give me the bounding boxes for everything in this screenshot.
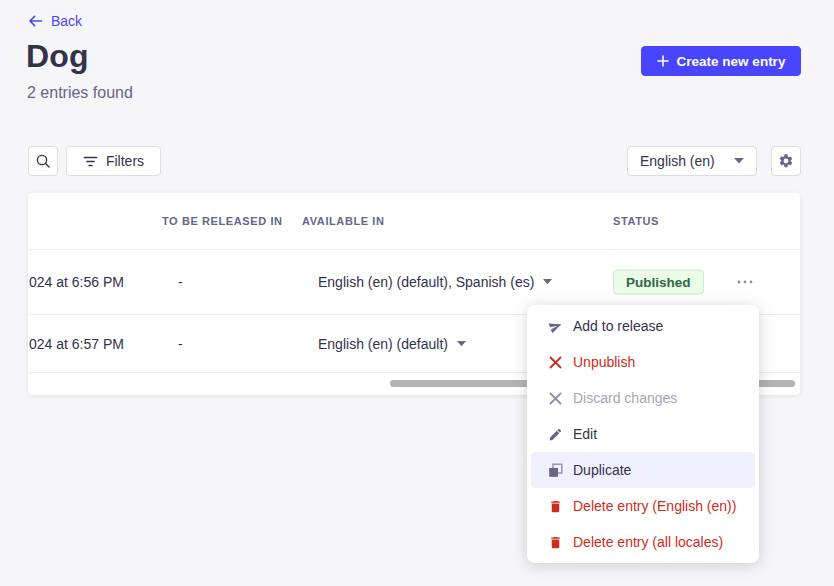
menu-item-label: Duplicate [573,462,631,478]
cross-icon [547,390,563,406]
locale-select[interactable]: English (en) [627,146,757,176]
available-in-value: English (en) (default), Spanish (es) [318,274,534,290]
menu-item-duplicate[interactable]: Duplicate [531,452,755,488]
filter-icon [83,155,98,168]
table-header-row: TO BE RELEASED IN AVAILABLE IN STATUS [28,193,800,250]
row-actions-button[interactable] [731,274,759,290]
available-in-value: English (en) (default) [318,336,448,352]
status-badge: Published [613,270,704,295]
back-label: Back [51,13,82,29]
search-icon [35,153,51,169]
trash-icon [547,534,563,550]
chevron-down-icon [734,158,744,164]
menu-item-label: Delete entry (English (en)) [573,498,736,514]
plus-icon [657,55,669,67]
locale-selected-value: English (en) [640,153,715,169]
create-button-label: Create new entry [677,54,786,69]
back-link[interactable]: Back [28,13,82,29]
menu-item-edit[interactable]: Edit [527,416,759,452]
paper-plane-icon [547,318,563,334]
menu-item-label: Discard changes [573,390,677,406]
pencil-icon [547,426,563,442]
filters-button[interactable]: Filters [66,146,161,176]
menu-item-label: Edit [573,426,597,442]
ellipsis-icon [737,280,753,284]
menu-item-add-to-release[interactable]: Add to release [527,308,759,344]
row-available-in-dropdown[interactable]: English (en) (default) [318,336,466,352]
menu-item-label: Unpublish [573,354,635,370]
menu-item-discard-changes: Discard changes [527,380,759,416]
caret-down-icon [457,341,466,347]
row-available-in-dropdown[interactable]: English (en) (default), Spanish (es) [318,274,552,290]
menu-item-unpublish[interactable]: Unpublish [527,344,759,380]
filters-label: Filters [106,153,144,169]
caret-down-icon [543,279,552,285]
row-to-be-released-in: - [178,274,183,290]
back-arrow-icon [28,14,43,28]
page-title: Dog [26,38,89,75]
column-header-status: STATUS [613,215,659,227]
menu-item-delete-entry-locale[interactable]: Delete entry (English (en)) [527,488,759,524]
cross-icon [547,354,563,370]
status-badge-label: Published [613,270,704,295]
trash-icon [547,498,563,514]
menu-item-delete-entry-all-locales[interactable]: Delete entry (all locales) [527,524,759,560]
duplicate-icon [547,462,563,478]
entries-count: 2 entries found [27,84,133,102]
menu-item-label: Delete entry (all locales) [573,534,723,550]
search-button[interactable] [28,146,58,176]
column-header-available-in: AVAILABLE IN [302,215,385,227]
settings-button[interactable] [771,146,801,176]
gear-icon [778,153,794,169]
menu-item-label: Add to release [573,318,663,334]
row-actions-menu: Add to release Unpublish Discard changes… [527,305,759,563]
row-date: 024 at 6:56 PM [29,274,124,290]
row-to-be-released-in: - [178,336,183,352]
row-date: 024 at 6:57 PM [29,336,124,352]
column-header-to-be-released-in: TO BE RELEASED IN [162,215,283,227]
create-new-entry-button[interactable]: Create new entry [641,46,801,76]
